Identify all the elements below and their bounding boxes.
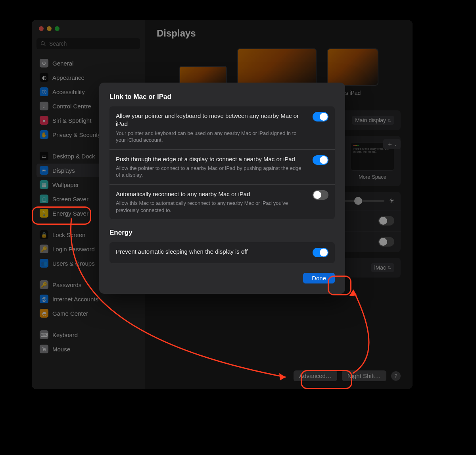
desktop-dock-icon: ▭	[40, 152, 48, 160]
search-input[interactable]	[49, 40, 136, 47]
colour-profile-select[interactable]: iMac	[371, 263, 394, 272]
sidebar-item-keyboard[interactable]: ⌨Keyboard	[36, 328, 140, 341]
passwords-icon: 🔑	[40, 280, 48, 289]
displays-icon: ☀	[40, 166, 48, 175]
night-shift-button[interactable]: Night Shift…	[342, 370, 386, 381]
auto-brightness-toggle[interactable]	[378, 216, 394, 226]
sidebar-item-label: Displays	[52, 167, 75, 174]
advanced-modal: Link to Mac or iPad Allow your pointer a…	[99, 83, 345, 294]
sidebar-item-label: Login Password	[52, 246, 95, 253]
true-tone-toggle[interactable]	[378, 237, 394, 247]
sidebar-item-label: Keyboard	[52, 332, 78, 338]
sidebar-item-label: Accessibility	[52, 89, 85, 95]
sidebar-item-label: Lock Screen	[52, 231, 85, 238]
done-button[interactable]: Done	[303, 273, 335, 283]
sidebar-item-label: Control Centre	[52, 103, 91, 110]
link-toggle-1[interactable]	[313, 155, 328, 165]
keyboard-icon: ⌨	[40, 330, 48, 339]
sidebar-item-label: Passwords	[52, 281, 81, 288]
link-toggle-2[interactable]	[313, 190, 328, 200]
sidebar-item-label: Users & Groups	[52, 260, 95, 267]
sidebar-item-general[interactable]: ⚙General	[36, 56, 140, 70]
minimize-window-button[interactable]	[47, 26, 52, 31]
game-center-icon: ◓	[40, 309, 48, 318]
page-title: Displays	[157, 28, 401, 39]
modal-row-subtitle: Your pointer and keyboard can be used on…	[116, 130, 306, 144]
modal-link-block: Allow your pointer and keyboard to move …	[109, 106, 335, 219]
modal-row-title: Push through the edge of a display to co…	[116, 155, 306, 163]
modal-link-row: Push through the edge of a display to co…	[109, 150, 335, 185]
sidebar-item-mouse[interactable]: 🖱Mouse	[36, 342, 140, 356]
lock-screen-icon: 🔒	[40, 230, 48, 239]
search-icon	[40, 41, 46, 46]
sidebar-item-label: Privacy & Security	[52, 131, 101, 138]
energy-saver-icon: 💡	[40, 209, 48, 218]
sidebar-item-label: General	[52, 60, 73, 67]
sidebar-item-label: Internet Accounts	[52, 296, 98, 303]
sidebar-item-label: Screen Saver	[52, 196, 88, 202]
advanced-button[interactable]: Advanced…	[294, 370, 337, 381]
sidebar-item-internet-accounts[interactable]: @Internet Accounts	[36, 292, 140, 306]
sidebar-item-label: Game Center	[52, 310, 88, 317]
help-button[interactable]: ?	[391, 371, 401, 381]
control-centre-icon: ⌕	[40, 102, 48, 110]
window-controls	[36, 26, 140, 31]
modal-row-title: Allow your pointer and keyboard to move …	[116, 112, 306, 128]
login-password-icon: 🔑	[40, 245, 48, 253]
appearance-icon: ◐	[40, 73, 48, 82]
internet-accounts-icon: @	[40, 295, 48, 303]
modal-link-row: Automatically reconnect to any nearby Ma…	[109, 185, 335, 219]
modal-section-energy-title: Energy	[109, 229, 335, 237]
link-toggle-0[interactable]	[313, 112, 328, 121]
footer-buttons: Advanced… Night Shift… ?	[294, 370, 401, 381]
maximize-window-button[interactable]	[55, 26, 60, 31]
sidebar-item-label: Appearance	[52, 74, 84, 81]
search-box[interactable]	[36, 38, 140, 49]
siri-icon: ●	[40, 116, 48, 125]
close-window-button[interactable]	[39, 26, 44, 31]
sidebar-item-label: Mouse	[52, 346, 70, 353]
sidebar-item-label: Energy Saver	[52, 210, 88, 217]
add-display-button[interactable]: ＋⌄	[383, 139, 401, 149]
sidebar-item-label: Wallpaper	[52, 181, 79, 188]
sidebar-item-appearance[interactable]: ◐Appearance	[36, 71, 140, 84]
sidebar-item-game-center[interactable]: ◓Game Center	[36, 307, 140, 320]
prevent-sleep-toggle[interactable]	[313, 248, 328, 257]
display-thumb-label: 's iPad	[344, 90, 361, 96]
modal-row-subtitle: Allow this Mac to automatically reconnec…	[116, 200, 306, 214]
sidebar-item-label: Siri & Spotlight	[52, 117, 91, 124]
screen-saver-icon: ▢	[40, 195, 48, 203]
modal-energy-block: Prevent automatic sleeping when the disp…	[109, 242, 335, 263]
brightness-icon: ☀	[389, 197, 394, 204]
privacy-icon: ✋	[40, 130, 48, 139]
accessibility-icon: ➀	[40, 87, 48, 96]
wallpaper-icon: ▦	[40, 180, 48, 189]
modal-section-link-title: Link to Mac or iPad	[109, 93, 335, 101]
mouse-icon: 🖱	[40, 345, 48, 353]
users-groups-icon: 👥	[40, 259, 48, 268]
energy-row-title: Prevent automatic sleeping when the disp…	[116, 248, 306, 256]
modal-link-row: Allow your pointer and keyboard to move …	[109, 106, 335, 150]
sidebar-item-label: Desktop & Dock	[52, 153, 95, 160]
modal-row-subtitle: Allow the pointer to connect to a nearby…	[116, 165, 306, 179]
modal-row-title: Automatically reconnect to any nearby Ma…	[116, 190, 306, 198]
resolution-label: More Space	[351, 174, 394, 180]
use-as-select[interactable]: Main display	[352, 116, 394, 125]
general-icon: ⚙	[40, 59, 48, 67]
